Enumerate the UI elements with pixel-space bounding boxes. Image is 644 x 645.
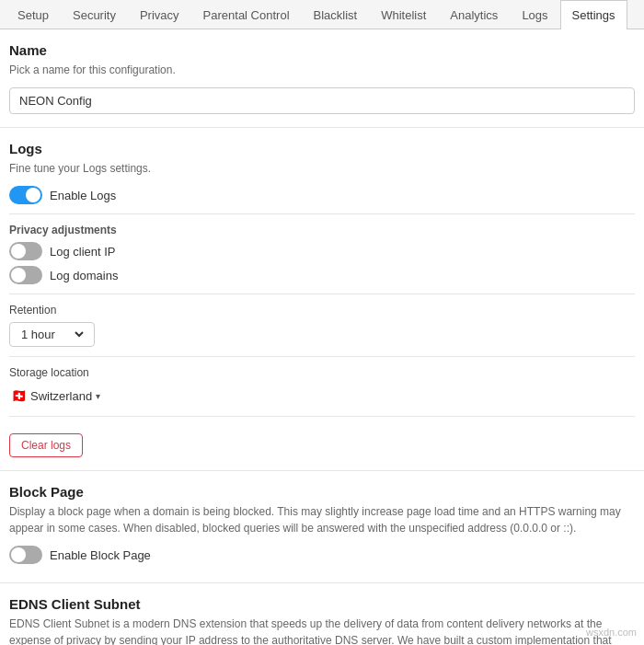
storage-location-flag: 🇨🇭 bbox=[11, 388, 27, 403]
tab-bar: Setup Security Privacy Parental Control … bbox=[0, 0, 644, 29]
logs-section-desc: Fine tune your Logs settings. bbox=[9, 160, 635, 177]
logs-divider-4 bbox=[9, 416, 635, 417]
storage-location-button[interactable]: 🇨🇭 Switzerland ▾ bbox=[9, 385, 102, 407]
tab-blacklist[interactable]: Blacklist bbox=[302, 0, 370, 29]
log-domains-row: Log domains bbox=[9, 266, 635, 284]
block-page-desc: Display a block page when a domain is be… bbox=[9, 503, 635, 536]
storage-location-label: Storage location bbox=[9, 366, 635, 379]
edns-section-desc: EDNS Client Subnet is a modern DNS exten… bbox=[9, 616, 635, 645]
logs-section: Logs Fine tune your Logs settings. Enabl… bbox=[0, 128, 644, 471]
tab-privacy[interactable]: Privacy bbox=[128, 0, 191, 29]
edns-section: EDNS Client Subnet EDNS Client Subnet is… bbox=[0, 583, 644, 645]
tab-security[interactable]: Security bbox=[61, 0, 128, 29]
retention-select[interactable]: 1 hour 6 hours 24 hours 7 days 30 days bbox=[17, 327, 86, 342]
edns-section-title: EDNS Client Subnet bbox=[9, 596, 635, 612]
log-client-ip-label: Log client IP bbox=[50, 245, 116, 259]
block-page-title: Block Page bbox=[9, 484, 635, 500]
enable-logs-row: Enable Logs bbox=[9, 186, 635, 204]
logs-section-title: Logs bbox=[9, 141, 635, 156]
tab-logs[interactable]: Logs bbox=[510, 0, 559, 29]
retention-select-wrapper[interactable]: 1 hour 6 hours 24 hours 7 days 30 days bbox=[9, 322, 95, 347]
clear-logs-button[interactable]: Clear logs bbox=[9, 433, 83, 457]
tab-analytics[interactable]: Analytics bbox=[438, 0, 510, 29]
logs-divider-2 bbox=[9, 294, 635, 294]
logs-divider-3 bbox=[9, 356, 635, 357]
enable-logs-toggle[interactable] bbox=[9, 186, 42, 204]
log-domains-label: Log domains bbox=[50, 269, 118, 282]
name-section-desc: Pick a name for this configuration. bbox=[9, 62, 635, 78]
storage-location-name: Switzerland bbox=[30, 389, 92, 403]
log-client-ip-toggle[interactable] bbox=[9, 242, 42, 260]
log-domains-toggle[interactable] bbox=[9, 266, 42, 284]
watermark: wsxdn.com bbox=[586, 627, 637, 638]
enable-block-page-label: Enable Block Page bbox=[50, 548, 151, 562]
block-page-section: Block Page Display a block page when a d… bbox=[0, 471, 644, 583]
name-section-title: Name bbox=[9, 42, 635, 58]
enable-block-page-toggle[interactable] bbox=[9, 546, 42, 564]
chevron-down-icon: ▾ bbox=[96, 391, 100, 401]
logs-divider-1 bbox=[9, 213, 635, 214]
name-section: Name Pick a name for this configuration. bbox=[0, 29, 644, 128]
log-client-ip-row: Log client IP bbox=[9, 242, 635, 260]
tab-parental-control[interactable]: Parental Control bbox=[191, 0, 302, 29]
enable-block-page-row: Enable Block Page bbox=[9, 546, 635, 564]
retention-label: Retention bbox=[9, 304, 635, 317]
name-input[interactable] bbox=[9, 87, 635, 114]
tab-settings[interactable]: Settings bbox=[560, 0, 627, 29]
enable-logs-label: Enable Logs bbox=[50, 189, 116, 202]
tab-setup[interactable]: Setup bbox=[6, 0, 61, 29]
tab-whitelist[interactable]: Whitelist bbox=[369, 0, 438, 29]
privacy-adjustments-label: Privacy adjustments bbox=[9, 224, 635, 236]
